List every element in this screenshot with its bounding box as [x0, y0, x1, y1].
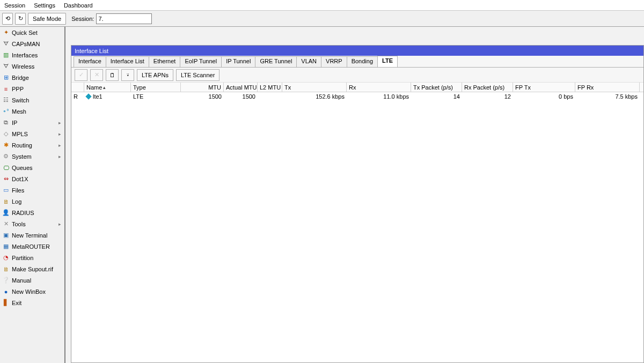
log-icon: 🗎	[2, 198, 10, 205]
sidebar-item-label: Interfaces	[12, 52, 38, 58]
sidebar-item-winbox[interactable]: ●New WinBox	[0, 286, 64, 297]
sidebar-item-mpls[interactable]: ◇MPLS	[0, 128, 64, 139]
sidebar-item-radius[interactable]: 👤RADIUS	[0, 207, 64, 218]
tab-bonding[interactable]: Bonding	[347, 56, 378, 67]
sidebar-item-label: Quick Set	[12, 29, 38, 36]
sidebar-item-partition[interactable]: ◔Partition	[0, 252, 64, 263]
table-row[interactable]: R lte1 LTE 1500 1500 152.6 kbps 11.0 kbp…	[71, 92, 643, 101]
tab-ethernet[interactable]: Ethernet	[149, 56, 181, 67]
col-name[interactable]: Name▴	[84, 83, 131, 92]
cell-name: lte1	[84, 92, 131, 101]
sidebar-item-metarouter[interactable]: ▦MetaROUTER	[0, 241, 64, 252]
sidebar-item-quickset[interactable]: ✦Quick Set	[0, 27, 64, 38]
sidebar-item-ip[interactable]: ⧉IP	[0, 117, 64, 128]
sidebar-item-dot1x[interactable]: ⇔Dot1X	[0, 173, 64, 184]
globe-icon: ●	[2, 288, 10, 295]
enable-button[interactable]: ✓	[75, 69, 87, 81]
session-label: Session:	[71, 16, 94, 22]
sidebar-item-label: Log	[12, 198, 21, 205]
cell-type: LTE	[131, 92, 181, 101]
sidebar-item-capsman[interactable]: ᗊCAPsMAN	[0, 38, 64, 49]
col-fptx[interactable]: FP Tx	[513, 83, 575, 92]
sidebar-item-supout[interactable]: 🗎Make Supout.rif	[0, 263, 64, 275]
tab-lte[interactable]: LTE	[377, 56, 398, 67]
tab-gre[interactable]: GRE Tunnel	[255, 56, 297, 67]
col-tx[interactable]: Tx	[282, 83, 347, 92]
check-icon: ✓	[79, 71, 84, 78]
disable-button[interactable]: ✕	[90, 69, 103, 81]
sort-asc-icon: ▴	[103, 85, 106, 90]
col-amtu[interactable]: Actual MTU	[224, 83, 258, 92]
menu-dashboard[interactable]: Dashboard	[60, 1, 97, 10]
window-title: Interface List	[71, 46, 643, 56]
sidebar-item-tools[interactable]: ✕Tools	[0, 218, 64, 229]
wireless-icon: ᗊ	[2, 63, 10, 70]
lte-apns-button[interactable]: LTE APNs	[137, 69, 173, 81]
cell-txp: 14	[411, 92, 462, 101]
col-rx[interactable]: Rx	[347, 83, 411, 92]
help-icon: ❔	[2, 277, 10, 284]
sidebar-item-mesh[interactable]: ∘°Mesh	[0, 106, 64, 117]
tab-row: Interface Interface List Ethernet EoIP T…	[71, 56, 643, 68]
cell-fprx: 7.5 kbps	[575, 92, 640, 101]
tab-eoip[interactable]: EoIP Tunnel	[180, 56, 222, 67]
menubar: Session Settings Dashboard	[0, 0, 644, 11]
filter-button[interactable]: ⍣	[121, 69, 134, 81]
tab-interfacelist[interactable]: Interface List	[106, 56, 149, 67]
sidebar-item-log[interactable]: 🗎Log	[0, 196, 64, 207]
sidebar-item-exit[interactable]: ▋Exit	[0, 297, 64, 308]
tab-iptunnel[interactable]: IP Tunnel	[221, 56, 255, 67]
cell-fptx: 0 bps	[513, 92, 575, 101]
tab-interface[interactable]: Interface	[74, 56, 106, 67]
safe-mode-button[interactable]: Safe Mode	[28, 13, 66, 25]
col-type[interactable]: Type	[131, 83, 181, 92]
x-icon: ✕	[94, 71, 99, 78]
sidebar-item-label: New WinBox	[12, 288, 46, 295]
back-button[interactable]: ⟲	[2, 13, 13, 25]
sidebar-item-interfaces[interactable]: ▥Interfaces	[0, 49, 64, 61]
lte-scanner-button[interactable]: LTE Scanner	[176, 69, 219, 81]
partition-icon: ◔	[2, 254, 10, 262]
sidebar-item-terminal[interactable]: ▣New Terminal	[0, 229, 64, 241]
sidebar-item-wireless[interactable]: ᗊWireless	[0, 61, 64, 72]
col-l2mtu[interactable]: L2 MTU	[258, 83, 282, 92]
sidebar-item-files[interactable]: ▭Files	[0, 184, 64, 196]
redo-button[interactable]: ↻	[15, 13, 26, 25]
main-toolbar: ⟲ ↻ Safe Mode Session:	[0, 11, 644, 27]
tab-vrrp[interactable]: VRRP	[321, 56, 347, 67]
col-rxp[interactable]: Rx Packet (p/s)	[462, 83, 513, 92]
col-fprx[interactable]: FP Rx	[575, 83, 640, 92]
sidebar-item-manual[interactable]: ❔Manual	[0, 275, 64, 286]
sidebar-item-label: Make Supout.rif	[12, 266, 53, 272]
workspace: Interface List Interface Interface List …	[65, 27, 644, 363]
sidebar-item-bridge[interactable]: ⊞Bridge	[0, 72, 64, 83]
note-icon: 🗒	[109, 72, 115, 78]
funnel-icon: ⍣	[126, 72, 130, 78]
tab-vlan[interactable]: VLAN	[296, 56, 321, 67]
interface-icon: ▥	[2, 51, 10, 59]
mpls-icon: ◇	[2, 130, 10, 138]
mesh-icon: ∘°	[2, 108, 10, 115]
sidebar-item-label: System	[12, 153, 32, 160]
sidebar-item-system[interactable]: ⚙System	[0, 151, 64, 162]
file-icon: 🗎	[2, 265, 10, 273]
gear-icon: ⚙	[2, 153, 10, 160]
sidebar-item-ppp[interactable]: ≡PPP	[0, 83, 64, 94]
col-txp[interactable]: Tx Packet (p/s)	[411, 83, 462, 92]
col-mtu[interactable]: MTU	[181, 83, 224, 92]
sidebar-item-label: IP	[12, 120, 17, 126]
sidebar-item-label: Manual	[12, 277, 31, 284]
session-input[interactable]	[96, 13, 152, 24]
menu-settings[interactable]: Settings	[30, 1, 60, 10]
radius-icon: 👤	[2, 209, 10, 217]
col-flag[interactable]	[71, 83, 84, 92]
sidebar-item-label: Dot1X	[12, 176, 28, 182]
menu-session[interactable]: Session	[0, 1, 30, 10]
comment-button[interactable]: 🗒	[106, 69, 119, 81]
sidebar-item-label: Wireless	[12, 63, 34, 70]
routing-icon: ✱	[2, 142, 10, 149]
sidebar-item-switch[interactable]: ☷Switch	[0, 94, 64, 106]
table-header: Name▴ Type MTU Actual MTU L2 MTU Tx Rx T…	[71, 83, 643, 92]
sidebar-item-routing[interactable]: ✱Routing	[0, 139, 64, 151]
sidebar-item-queues[interactable]: 🖵Queues	[0, 162, 64, 173]
